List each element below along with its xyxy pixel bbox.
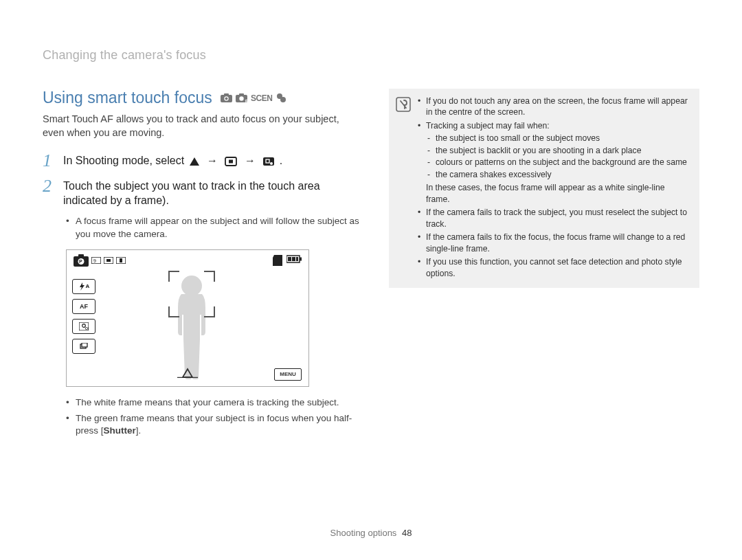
- vf-mode-icon: P: [74, 254, 89, 267]
- info-4: If the camera fails to fix the focus, th…: [418, 232, 690, 254]
- svg-rect-30: [292, 257, 295, 261]
- svg-point-3: [225, 98, 227, 100]
- info-2-text: Tracking a subject may fail when:: [426, 121, 550, 131]
- dual-icon: [276, 93, 286, 103]
- vf-top-right-icons: [273, 255, 302, 266]
- step-2-body: Touch the subject you want to track in t…: [63, 177, 360, 208]
- viewfinder-illustration: P 9 A AF OFF: [66, 249, 309, 387]
- svg-rect-26: [120, 258, 122, 262]
- intro-text: Smart Touch AF allows you to track and a…: [43, 113, 360, 139]
- svg-rect-14: [263, 157, 274, 166]
- info-5: If you use this function, you cannot set…: [418, 256, 690, 279]
- sub-bullet-2: The white frame means that your camera i…: [66, 396, 360, 410]
- sub3-post: ].: [136, 425, 142, 436]
- focus-rect-icon: [225, 155, 237, 170]
- heading: Using smart touch focus P SCENE: [43, 89, 360, 107]
- svg-rect-37: [82, 343, 87, 347]
- sub-bullet-3: The green frame means that your subject …: [66, 412, 360, 438]
- vf-battery-icon: [286, 255, 302, 263]
- vf-drive-button: [72, 339, 95, 354]
- vf-center-icon: [177, 367, 198, 381]
- camera-p-icon: P: [236, 93, 247, 102]
- step-1-body: In Shooting mode, select → → .: [63, 152, 282, 170]
- svg-marker-39: [183, 369, 192, 377]
- info-2a: the subject is too small or the subject …: [427, 133, 690, 144]
- svg-point-6: [239, 96, 243, 100]
- mode-icons-group: P SCENE: [221, 93, 286, 103]
- info-3: If the camera fails to track the subject…: [418, 207, 690, 229]
- sub3-bold: Shutter: [104, 425, 136, 436]
- vf-top-left-icons: P 9: [74, 254, 126, 267]
- footer-section: Shooting options: [330, 528, 397, 538]
- svg-text:P: P: [79, 259, 82, 264]
- step-1: 1 In Shooting mode, select → → .: [43, 152, 360, 170]
- vf-face-button: OFF: [72, 319, 95, 334]
- svg-text:SCENE: SCENE: [251, 93, 273, 102]
- info-note-icon: [396, 97, 411, 115]
- info-box: If you do not touch any area on the scre…: [389, 89, 699, 288]
- step-1-num: 1: [43, 152, 55, 170]
- svg-rect-24: [106, 259, 111, 262]
- info-2c: colours or patterns on the subject and t…: [427, 157, 690, 168]
- svg-text:9: 9: [93, 258, 96, 263]
- heading-text: Using smart touch focus: [43, 89, 212, 107]
- info-2-cont: In these cases, the focus frame will app…: [418, 182, 690, 205]
- scene-text-icon: SCENE: [251, 93, 273, 102]
- svg-rect-31: [296, 257, 298, 261]
- vf-size-icon: 9: [91, 257, 101, 264]
- svg-point-16: [270, 162, 273, 165]
- step-2-sub-bullets: A focus frame will appear on the subject…: [66, 215, 360, 241]
- camera-icon: [221, 93, 232, 102]
- svg-rect-28: [300, 257, 302, 260]
- page-footer: Shooting options 48: [0, 528, 742, 538]
- up-triangle-icon: [189, 155, 200, 170]
- sub-bullet-1: A focus frame will appear on the subject…: [66, 215, 360, 241]
- vf-single-icon: [116, 257, 126, 264]
- info-1: If you do not touch any area on the scre…: [418, 96, 690, 118]
- svg-rect-1: [224, 93, 229, 96]
- step-2: 2 Touch the subject you want to track in…: [43, 177, 360, 208]
- focus-frame: [168, 271, 215, 317]
- step-2-num: 2: [43, 177, 55, 208]
- svg-rect-18: [78, 254, 84, 257]
- vf-side-buttons: A AF OFF: [72, 279, 95, 354]
- info-2b: the subject is backlit or you are shooti…: [427, 145, 690, 156]
- vf-card-icon: [273, 255, 282, 266]
- step-1-pre: In Shooting mode, select: [63, 155, 188, 166]
- arrow-icon-1: →: [207, 155, 218, 166]
- svg-marker-32: [80, 282, 85, 291]
- arrow-icon-2: →: [245, 155, 256, 166]
- page-number: 48: [402, 528, 412, 538]
- right-column: If you do not touch any area on the scre…: [389, 89, 699, 446]
- vf-menu-button: MENU: [274, 368, 302, 381]
- info-list: If you do not touch any area on the scre…: [418, 96, 690, 281]
- vf-flash-button: A: [72, 279, 95, 294]
- svg-rect-5: [239, 93, 244, 96]
- svg-text:P: P: [245, 99, 247, 102]
- section-header: Changing the camera's focus: [43, 48, 699, 63]
- svg-rect-29: [288, 257, 291, 261]
- svg-rect-13: [229, 160, 233, 164]
- info-2-sublist: the subject is too small or the subject …: [427, 133, 690, 180]
- svg-marker-11: [190, 157, 199, 166]
- vf-af-button: AF: [72, 299, 95, 314]
- step-1-post: .: [280, 155, 282, 166]
- bottom-bullets: The white frame means that your camera i…: [66, 396, 360, 438]
- smart-touch-icon: [262, 155, 275, 170]
- svg-text:OFF: OFF: [85, 326, 89, 331]
- info-2d: the camera shakes excessively: [427, 169, 690, 180]
- svg-point-10: [280, 97, 286, 102]
- info-2: Tracking a subject may fail when: the su…: [418, 120, 690, 180]
- left-column: Using smart touch focus P SCENE Smart To…: [43, 89, 360, 446]
- vf-quality-icon: [104, 257, 113, 264]
